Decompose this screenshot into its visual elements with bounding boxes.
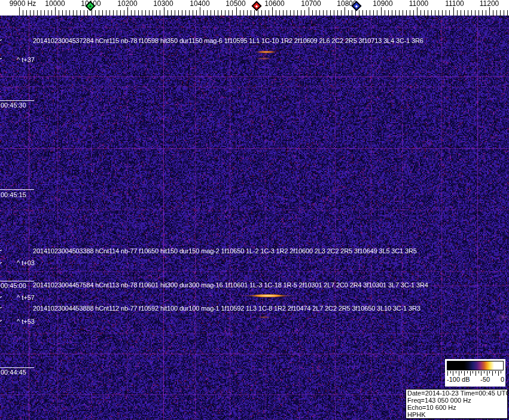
colormap-gradient-bar	[447, 361, 504, 370]
freq-line: Freq=143 050 000 Hz	[407, 397, 506, 404]
status-info-box: Date=2014-10-23 Time=00:45 UTC Freq=143 …	[406, 389, 508, 419]
event-annotation: 20141023004457584 hCnt113 nb-78 f10601 h…	[33, 282, 428, 289]
freq-tick-label: 11200	[480, 0, 499, 8]
event-annotation: 20141023004537284 hCnt115 nb-78 f10598 h…	[33, 38, 423, 44]
event-time-offset: ^ t+03	[17, 260, 35, 266]
event-annotation: 20141023004503388 hCnt114 nb-77 f10650 h…	[33, 248, 417, 255]
freq-tick-label: 10700	[301, 0, 321, 8]
station-id: HPHK	[407, 411, 506, 418]
db-scale-max-label: 0	[501, 376, 504, 383]
date-time-line: Date=2014-10-23 Time=00:45 UTC	[407, 390, 506, 397]
echo-line: Echo=10 600 Hz	[407, 404, 506, 411]
time-label: 00:45:30	[1, 102, 26, 109]
freq-tick-label: 11000	[409, 0, 428, 8]
spectrogram-waterfall-canvas[interactable]	[0, 0, 509, 420]
colormap-tick-ruler	[447, 371, 503, 376]
freq-tick-label: 10200	[117, 0, 137, 8]
frequency-ruler[interactable]: 9900 Hz 10000 10100 10200 10300 10400 10…	[0, 0, 509, 16]
db-scale-min-label: -100 dB	[447, 376, 470, 383]
db-scale-mid-label: -50	[480, 376, 490, 383]
event-time-offset: ^ t+57	[17, 295, 35, 301]
freq-tick-label: 10000	[45, 0, 65, 8]
freq-tick-label: 10900	[373, 0, 392, 8]
event-annotation: 20141023004453888 hCnt112 nb-77 f10592 h…	[33, 305, 420, 312]
event-time-offset: ^ t+53	[17, 318, 35, 325]
db-color-scale: -100 dB -50 0	[445, 359, 505, 387]
time-label: 00:44:45	[1, 369, 26, 376]
freq-tick-label: 11100	[445, 0, 464, 8]
time-label: 00:45:15	[1, 192, 26, 198]
meteor-echo-spectrogram-app: 9900 Hz 10000 10100 10200 10300 10400 10…	[0, 0, 509, 420]
freq-tick-label: 10500	[225, 0, 245, 8]
freq-tick-label: 10400	[190, 0, 209, 8]
freq-tick-label: 9900 Hz	[10, 0, 36, 8]
red-diamond-marker-icon[interactable]	[252, 1, 262, 11]
event-time-offset: ^ t+37	[17, 57, 35, 63]
freq-tick-label: 10300	[153, 0, 173, 8]
time-label: 00:45:00	[1, 283, 26, 289]
freq-tick-label: 10600	[264, 0, 284, 8]
